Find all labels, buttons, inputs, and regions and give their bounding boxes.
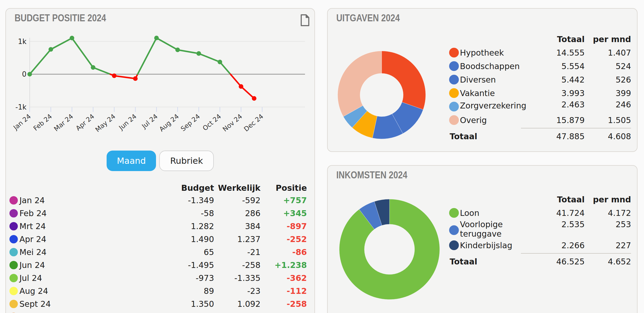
data-point	[133, 76, 138, 81]
budget-table-header: Budget Werkelijk Positie	[9, 182, 307, 194]
positie-cell: +345	[260, 209, 307, 218]
table-row	[9, 310, 307, 313]
month-label: Feb 24	[19, 209, 47, 218]
werkelijk-cell: 1.237	[214, 234, 260, 244]
data-point	[196, 51, 201, 56]
table-row: Mei 2465-21-86	[9, 246, 307, 258]
per-mnd-cell: 253	[585, 220, 631, 229]
category-label: Voorlopige teruggave	[460, 220, 517, 239]
category-color-dot	[449, 48, 459, 57]
positie-cell: -112	[260, 286, 307, 296]
month-label: Sept 24	[19, 299, 51, 309]
page-title: BUDGET POSITIE 2024	[15, 12, 106, 24]
budget-cell: -1.349	[163, 196, 214, 205]
budget-line-chart: 1k0-1kJan 24Feb 24Mar 24Apr 24May 24Jun …	[6, 28, 316, 146]
inkomsten-title: INKOMSTEN 2024	[336, 169, 407, 181]
total-label: Totaal	[450, 257, 528, 266]
per-mnd-cell: 1.407	[585, 48, 631, 57]
category-color-dot	[449, 102, 459, 111]
data-point	[175, 47, 180, 52]
x-tick-label: Jan 24	[12, 113, 32, 132]
line-segment	[199, 53, 220, 62]
x-tick-label: Dec 24	[242, 113, 265, 133]
per-mnd-column-header: per mnd	[585, 35, 631, 44]
inkomsten-total-row: Totaal 46.525 4.652	[450, 255, 631, 268]
per-mnd-cell: 399	[585, 89, 631, 98]
uitgaven-table: Totaal per mnd Hypotheek14.5551.407Boods…	[450, 32, 631, 143]
positie-cell: -86	[260, 247, 307, 257]
werkelijk-column-header: Werkelijk	[214, 183, 260, 193]
line-segment	[157, 38, 178, 50]
budget-cell: 89	[163, 286, 214, 296]
per-mnd-cell: 227	[585, 241, 631, 250]
total-totaal: 46.525	[528, 257, 585, 266]
category-label: Zorgverzekering	[460, 101, 517, 110]
line-segment	[241, 86, 254, 98]
totaal-cell: 2.463	[528, 100, 585, 109]
document-icon[interactable]	[300, 14, 310, 26]
category-color-dot	[449, 61, 459, 71]
per-mnd-column-header: per mnd	[585, 195, 631, 204]
budget-cell: 65	[163, 247, 214, 257]
legend-row: Voorlopige teruggave2.535253	[450, 220, 631, 239]
total-per-mnd: 4.608	[585, 132, 631, 141]
positie-cell: +757	[260, 196, 307, 205]
month-color-dot	[9, 274, 18, 282]
category-label: Loon	[460, 208, 479, 218]
y-tick-label: 0	[22, 70, 26, 78]
y-tick-label: 1k	[18, 38, 26, 46]
month-label: Aug 24	[19, 286, 48, 296]
data-point	[28, 72, 32, 77]
budget-cell: -1.495	[163, 260, 214, 270]
werkelijk-cell: -21	[214, 247, 260, 257]
uitgaven-total-row: Totaal 47.885 4.608	[450, 130, 631, 143]
totaal-column-header: Totaal	[528, 195, 585, 204]
maand-button[interactable]: Maand	[107, 151, 156, 171]
month-label: Jan 24	[19, 196, 45, 205]
per-mnd-cell: 526	[585, 75, 631, 84]
table-row: Jan 24-1.349-592+757	[9, 194, 307, 207]
line-segment	[30, 49, 51, 74]
category-color-dot	[449, 240, 459, 250]
x-tick-label: Mar 24	[53, 113, 75, 133]
werkelijk-cell: -592	[214, 196, 260, 205]
month-label: Mei 24	[19, 247, 46, 257]
data-point	[49, 47, 53, 52]
legend-row: Diversen5.442526	[450, 73, 631, 86]
table-row: Apr 241.4901.237-252	[9, 233, 307, 246]
inkomsten-panel: INKOMSTEN 2024 Totaal per mnd Loon41.724…	[327, 165, 638, 313]
month-color-dot	[9, 287, 18, 295]
month-color-dot	[9, 222, 18, 230]
werkelijk-cell: -258	[214, 260, 260, 270]
month-color-dot	[9, 300, 18, 308]
totaal-column-header: Totaal	[528, 35, 585, 44]
line-segment	[51, 38, 72, 49]
total-divider	[521, 253, 631, 254]
y-tick-label: -1k	[15, 103, 26, 111]
line-segment	[138, 38, 157, 74]
positie-cell: -362	[260, 273, 307, 283]
totaal-cell: 3.993	[528, 89, 585, 98]
uitgaven-title: UITGAVEN 2024	[336, 12, 400, 24]
data-point	[218, 60, 222, 64]
budget-cell: 1.282	[163, 222, 214, 231]
category-label: Diversen	[460, 75, 496, 84]
category-color-dot	[449, 88, 459, 98]
totaal-cell: 2.266	[528, 241, 585, 250]
budget-cell: -973	[163, 273, 214, 283]
line-segment	[231, 74, 241, 86]
month-label: Jul 24	[19, 273, 42, 283]
werkelijk-cell: 384	[214, 222, 260, 231]
category-color-dot	[449, 208, 459, 218]
totaal-cell: 14.555	[528, 48, 585, 57]
line-segment	[93, 67, 110, 74]
rubriek-button[interactable]: Rubriek	[159, 151, 214, 171]
totaal-cell: 5.442	[528, 75, 585, 84]
category-label: Hypotheek	[460, 48, 504, 57]
x-tick-label: Jul 24	[140, 113, 159, 130]
line-segment	[72, 38, 93, 67]
totaal-cell: 41.724	[528, 208, 585, 218]
data-point	[91, 65, 95, 70]
totaal-cell: 15.879	[528, 115, 585, 125]
x-tick-label: Apr 24	[74, 113, 96, 132]
